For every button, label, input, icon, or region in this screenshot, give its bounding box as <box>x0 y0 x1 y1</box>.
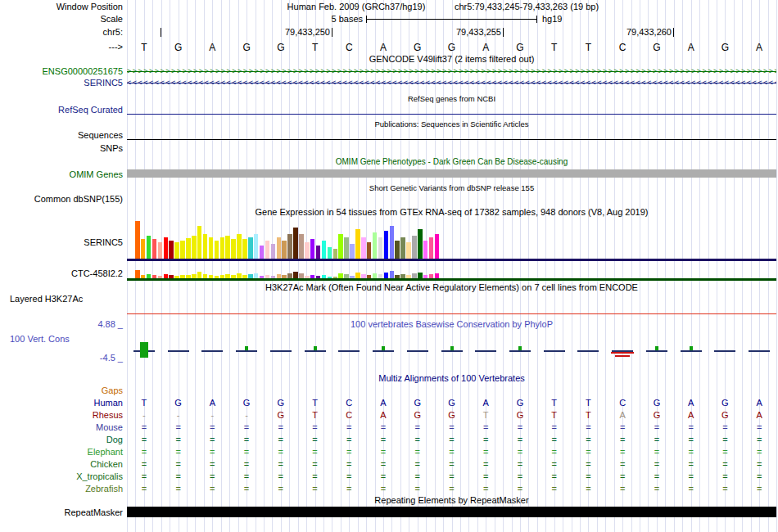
alignment-base: = <box>745 422 773 432</box>
alignment-base: = <box>198 422 226 432</box>
alignment-base: = <box>506 422 534 432</box>
alignment-base: = <box>130 484 158 494</box>
alignment-base: = <box>369 435 397 444</box>
alignment-base: = <box>369 484 397 494</box>
alignment-base: = <box>267 422 295 432</box>
alignment-base: G <box>233 398 260 408</box>
alignment-base: - <box>233 410 260 420</box>
alignment-base: G <box>267 410 295 420</box>
alignment-base: = <box>438 447 466 457</box>
alignment-base: = <box>130 435 158 444</box>
alignment-base: = <box>677 471 705 481</box>
alignment-base: A <box>369 398 397 408</box>
alignment-base: G <box>643 410 671 420</box>
alignment-base: = <box>165 484 192 494</box>
alignment-base: = <box>369 471 397 481</box>
alignment-base: = <box>677 484 705 494</box>
multiz-row-label-gaps[interactable]: Gaps <box>0 385 123 395</box>
multiz-row-label-x-tropicalis[interactable]: X_tropicalis <box>0 471 123 481</box>
alignment-base: A <box>745 410 773 420</box>
alignment-base: = <box>506 471 534 481</box>
alignment-base: = <box>438 471 466 481</box>
alignment-base: = <box>745 484 773 494</box>
alignment-base: T <box>301 398 329 408</box>
alignment-base: G <box>404 398 432 408</box>
multiz-row-label-dog[interactable]: Dog <box>0 435 123 444</box>
alignment-base: = <box>574 447 602 457</box>
alignment-base: G <box>438 410 466 420</box>
alignment-base: A <box>677 410 705 420</box>
alignment-base: = <box>301 422 329 432</box>
repeatmasker-bar[interactable] <box>127 507 776 517</box>
repeatmasker-label[interactable]: RepeatMasker <box>0 507 123 517</box>
alignment-base: T <box>541 398 568 408</box>
alignment-base: G <box>643 398 671 408</box>
alignment-base: = <box>335 471 363 481</box>
alignment-base: G <box>506 410 534 420</box>
multiz-row-label-zebrafish[interactable]: Zebrafish <box>0 484 123 494</box>
alignment-base: = <box>643 435 671 444</box>
alignment-base: = <box>335 484 363 494</box>
multiz-row-label-rhesus[interactable]: Rhesus <box>0 410 123 420</box>
alignment-base: = <box>711 459 739 469</box>
alignment-base: = <box>711 435 739 444</box>
alignment-base: = <box>677 447 705 457</box>
alignment-base: = <box>369 422 397 432</box>
alignment-base: = <box>301 447 329 457</box>
alignment-base: = <box>608 447 636 457</box>
alignment-base: A <box>472 398 500 408</box>
alignment-base: = <box>404 484 432 494</box>
alignment-base: = <box>198 447 226 457</box>
alignment-base: = <box>198 484 226 494</box>
alignment-base: = <box>404 447 432 457</box>
multiz-row-label-mouse[interactable]: Mouse <box>0 422 123 432</box>
alignment-base: = <box>404 435 432 444</box>
alignment-base: = <box>165 459 192 469</box>
alignment-base: = <box>643 484 671 494</box>
alignment-base: A <box>677 398 705 408</box>
alignment-base: = <box>301 484 329 494</box>
alignment-base: T <box>541 410 568 420</box>
alignment-base: = <box>233 435 260 444</box>
multiz-row-label-chicken[interactable]: Chicken <box>0 459 123 469</box>
alignment-base: G <box>404 410 432 420</box>
alignment-base: = <box>745 447 773 457</box>
alignment-base: = <box>233 471 260 481</box>
alignment-base: = <box>677 422 705 432</box>
alignment-base: = <box>506 459 534 469</box>
alignment-base: = <box>438 459 466 469</box>
alignment-base: = <box>506 484 534 494</box>
alignment-base: A <box>198 398 226 408</box>
alignment-base: = <box>130 422 158 432</box>
multiz-row-label-elephant[interactable]: Elephant <box>0 447 123 457</box>
alignment-base: = <box>677 435 705 444</box>
alignment-base: - <box>130 410 158 420</box>
alignment-base: = <box>472 435 500 444</box>
alignment-base: = <box>198 471 226 481</box>
alignment-base: = <box>267 435 295 444</box>
alignment-base: G <box>165 398 192 408</box>
alignment-base: = <box>301 459 329 469</box>
alignment-base: = <box>574 484 602 494</box>
multiz-row-label-human[interactable]: Human <box>0 398 123 408</box>
alignment-base: = <box>745 459 773 469</box>
alignment-base: - <box>198 410 226 420</box>
alignment-base: = <box>643 471 671 481</box>
alignment-base: = <box>608 471 636 481</box>
multiz-alignment-rows[interactable]: GapsHumanTGAGGTCAGGAGTTCGAGARhesus----GT… <box>0 0 778 532</box>
alignment-base: = <box>643 422 671 432</box>
genome-browser-image: Window Position Human Feb. 2009 (GRCh37/… <box>0 0 778 532</box>
alignment-base: = <box>335 447 363 457</box>
alignment-base: = <box>130 471 158 481</box>
alignment-base: = <box>301 471 329 481</box>
alignment-base: = <box>643 447 671 457</box>
alignment-base: C <box>608 398 636 408</box>
alignment-base: = <box>438 422 466 432</box>
alignment-base: = <box>745 471 773 481</box>
alignment-base: = <box>472 459 500 469</box>
alignment-base: = <box>711 447 739 457</box>
alignment-base: = <box>574 471 602 481</box>
alignment-base: A <box>745 398 773 408</box>
alignment-base: = <box>541 447 568 457</box>
alignment-base: = <box>541 435 568 444</box>
